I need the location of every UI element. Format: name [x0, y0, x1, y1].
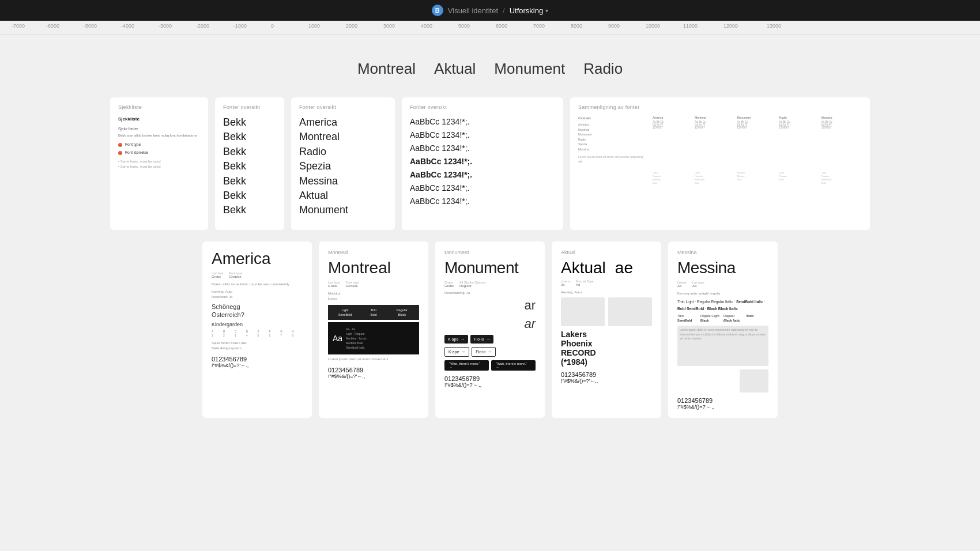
topbar: B Visuell identitet / Utforsking ▾	[0, 0, 980, 21]
america-symbols: !"#$%&/()=?'←.,	[212, 363, 303, 368]
ruler-tick: -7000	[12, 23, 25, 29]
ruler-tick: 8000	[571, 23, 582, 29]
aktual-symbols: !"#$%&/()=?'←.,	[561, 378, 652, 384]
breadcrumb-parent: Visuell identitet	[448, 6, 498, 15]
bekk-item: Bekk	[223, 203, 276, 217]
monument-numbers: 0123456789	[444, 375, 536, 382]
ruler-tick: 10000	[646, 23, 660, 29]
font-sample-item: AaBbCc 1234!*;.	[410, 156, 555, 168]
ruler-tick: -4000	[121, 23, 134, 29]
monument-ar2: ar	[524, 316, 536, 331]
america-numbers: 0123456789	[212, 356, 303, 363]
font-sample-item: AaBbCc 1234!*;.	[410, 129, 555, 141]
card-fonter-names[interactable]: Fonter oversikt America Montreal Radio S…	[291, 97, 395, 230]
card-sjekkliste[interactable]: Sjekkliste Sjekkliste Sjekk fonter Bekk …	[110, 97, 208, 230]
font-sample-item: AaBbCc 1234!*;.	[410, 195, 555, 207]
ruler-tick: -3000	[159, 23, 172, 29]
aktual-numbers: 0123456789	[561, 371, 652, 378]
font-sample-item: AaBbCc 1234!*;.	[410, 142, 555, 154]
app-icon: B	[432, 5, 443, 16]
montreal-symbols: !"#$%&/()=?'←.,	[328, 373, 419, 379]
dot-red-2	[118, 151, 122, 155]
ruler: -7000 -6000 -5000 -4000 -3000 -2000 -100…	[0, 21, 980, 35]
card-label-fonter3: Fonter oversikt	[410, 104, 555, 110]
america-title: America	[212, 250, 303, 268]
card-messina[interactable]: Messina Messina Lisens Aa Lav type Aa Ke…	[668, 241, 778, 418]
tab-monument[interactable]: Monument	[494, 58, 565, 80]
ruler-tick: 11000	[683, 23, 698, 29]
monument-title: Monument	[444, 259, 536, 277]
montreal-title: Montreal	[328, 259, 419, 277]
dot-red-1	[118, 143, 122, 147]
ruler-tick: 6000	[496, 23, 507, 29]
tab-radio[interactable]: Radio	[583, 58, 623, 80]
card-fonter-samples[interactable]: Fonter oversikt AaBbCc 1234!*;. AaBbCc 1…	[402, 97, 563, 230]
ruler-tick: -1000	[233, 23, 247, 29]
messina-title: Messina	[677, 259, 768, 277]
cards-row-2: America Lav kost Gratis Font type Grotes…	[0, 241, 980, 418]
ruler-tick: 12000	[723, 23, 738, 29]
aktual-ae: ae	[615, 259, 633, 277]
ruler-tick: 3000	[383, 23, 395, 29]
ruler-tick: -5000	[84, 23, 97, 29]
card-montreal[interactable]: Montreal Montreal Lav kost Gratis Font t…	[319, 241, 428, 418]
card-label-sammenligning: Sammenligning av fonter	[578, 104, 862, 110]
font-name-montreal: Montreal	[299, 130, 387, 144]
ruler-tick: 9000	[608, 23, 620, 29]
tab-montreal[interactable]: Montreal	[357, 58, 416, 80]
monument-buttons-row2: K∙ape→ Flo·io→	[444, 347, 536, 357]
card-label-fonter1: Fonter oversikt	[223, 104, 276, 110]
ruler-tick: 13000	[767, 23, 781, 29]
messina-symbols: !"#$%&/()=?'←.,	[677, 404, 768, 410]
sjekkliste-content: Sjekkliste Sjekk fonter Bekk som alltid …	[118, 116, 200, 169]
aktual-title: Aktual	[561, 259, 606, 277]
bekk-item: Bekk	[223, 130, 276, 144]
btn-sample-outline2[interactable]: Flo·io→	[472, 347, 496, 357]
chevron-down-icon: ▾	[545, 7, 548, 14]
card-badge-messina: Messina	[677, 250, 768, 255]
breadcrumb-current[interactable]: Utforsking ▾	[510, 6, 549, 15]
monument-btn-wait1[interactable]: "Wait, there's more." →	[444, 360, 489, 371]
messina-numbers: 0123456789	[677, 397, 768, 404]
font-name-america: America	[299, 116, 387, 129]
font-names-list: America Montreal Radio Spezia Messina Ak…	[299, 116, 387, 217]
ruler-tick: 4000	[421, 23, 432, 29]
nav-tabs: Montreal Aktual Monument Radio	[0, 58, 980, 80]
card-badge-monument: Monument	[444, 250, 536, 255]
bekk-item: Bekk	[223, 175, 276, 188]
font-name-messina: Messina	[299, 175, 387, 188]
font-name-spezia: Spezia	[299, 160, 387, 173]
breadcrumb-separator: /	[503, 6, 505, 15]
monument-btn-wait2[interactable]: "Wait, there's more." →	[491, 360, 536, 371]
ruler-tick: -6000	[46, 23, 59, 29]
bekk-list: Bekk Bekk Bekk Bekk Bekk Bekk Bekk	[223, 116, 276, 217]
card-america[interactable]: America Lav kost Gratis Font type Grotes…	[202, 241, 312, 418]
ruler-tick: 1000	[308, 23, 320, 29]
card-fonter-bekk[interactable]: Fonter oversikt Bekk Bekk Bekk Bekk Bekk…	[215, 97, 284, 230]
card-label-sjekkliste: Sjekkliste	[118, 104, 200, 110]
ruler-tick: 7000	[533, 23, 545, 29]
card-badge-montreal: Montreal	[328, 250, 419, 255]
bekk-item: Bekk	[223, 160, 276, 173]
america-kindergarden: Kindergarden	[212, 322, 303, 327]
btn-sample-outline1[interactable]: K∙ape→	[444, 347, 469, 357]
ruler-tick: 5000	[458, 23, 470, 29]
monument-ar1: ar	[524, 298, 536, 313]
bekk-item: Bekk	[223, 116, 276, 129]
card-sammenligning[interactable]: Sammenligning av fonter Oversikt America…	[570, 97, 870, 230]
america-special1: Schönegg	[212, 303, 303, 310]
card-aktual[interactable]: Aktual Aktual ae Lisens Ja Format Type A…	[552, 241, 661, 418]
font-name-radio: Radio	[299, 145, 387, 158]
ruler-tick: 2000	[346, 23, 357, 29]
font-name-aktual: Aktual	[299, 189, 387, 202]
font-name-monument: Monument	[299, 203, 387, 217]
card-monument[interactable]: Monument Monument Gratis Gratis All Glyp…	[435, 241, 545, 418]
card-label-fonter2: Fonter oversikt	[299, 104, 387, 110]
ruler-tick: -2000	[196, 23, 209, 29]
btn-sample-black[interactable]: K∙ape→	[444, 335, 468, 344]
btn-sample-black2[interactable]: Flo·io→	[470, 335, 493, 344]
tab-aktual[interactable]: Aktual	[434, 58, 476, 80]
font-samples-list: AaBbCc 1234!*;. AaBbCc 1234!*;. AaBbCc 1…	[410, 116, 555, 207]
messina-weights: Thin Light · Regular Regular Italic · Se…	[677, 299, 768, 312]
font-sample-item: AaBbCc 1234!*;.	[410, 182, 555, 194]
